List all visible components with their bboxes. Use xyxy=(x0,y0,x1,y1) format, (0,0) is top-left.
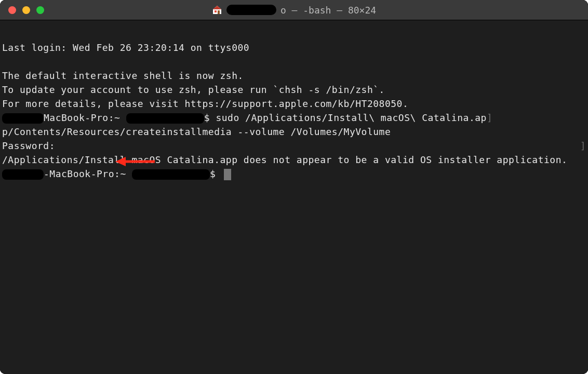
wrap-bracket-right: ] xyxy=(580,139,586,153)
titlebar[interactable]: o — -bash — 80×24 xyxy=(0,0,588,20)
minimize-icon[interactable] xyxy=(22,6,30,14)
last-login-line: Last login: Wed Feb 26 23:20:14 on ttys0… xyxy=(2,42,249,53)
terminal-body[interactable]: Last login: Wed Feb 26 23:20:14 on ttys0… xyxy=(0,20,588,374)
error-message: /Applications/Install macOS Catalina.app… xyxy=(2,154,567,165)
redacted-user xyxy=(2,113,44,124)
prompt-end: $ xyxy=(210,168,222,179)
title-text: o — -bash — 80×24 xyxy=(280,5,376,16)
prompt-2: -MacBook-Pro:~ $ xyxy=(2,168,231,179)
svg-rect-3 xyxy=(218,10,220,14)
prompt-host-2: -MacBook-Pro:~ xyxy=(44,168,132,179)
zsh-notice-1: The default interactive shell is now zsh… xyxy=(2,70,244,81)
redacted-user-2 xyxy=(2,169,44,180)
cursor xyxy=(224,169,231,180)
wrap-bracket: ] xyxy=(487,112,492,123)
window-title: o — -bash — 80×24 xyxy=(0,5,588,16)
password-prompt: Password:] xyxy=(2,140,55,151)
prompt-1: MacBook-Pro:~ $ sudo /Applications/Insta… xyxy=(2,112,492,123)
prompt-host: MacBook-Pro:~ xyxy=(44,112,126,123)
redacted-host-2 xyxy=(132,169,210,180)
zoom-icon[interactable] xyxy=(36,6,44,14)
redacted-title xyxy=(226,5,276,15)
close-icon[interactable] xyxy=(8,6,16,14)
command-text: $ sudo /Applications/Install\ macOS\ Cat… xyxy=(204,112,487,123)
zsh-notice-2: To update your account to use zsh, pleas… xyxy=(2,84,385,95)
home-icon xyxy=(212,5,222,15)
command-continuation: p/Contents/Resources/createinstallmedia … xyxy=(2,126,391,137)
zsh-notice-3: For more details, please visit https://s… xyxy=(2,98,408,109)
window-controls xyxy=(8,6,44,14)
terminal-window: o — -bash — 80×24 Last login: Wed Feb 26… xyxy=(0,0,588,374)
svg-rect-2 xyxy=(215,10,217,12)
svg-marker-4 xyxy=(213,6,221,9)
svg-marker-0 xyxy=(213,6,221,14)
redacted-host xyxy=(126,113,204,124)
svg-rect-1 xyxy=(213,9,221,14)
